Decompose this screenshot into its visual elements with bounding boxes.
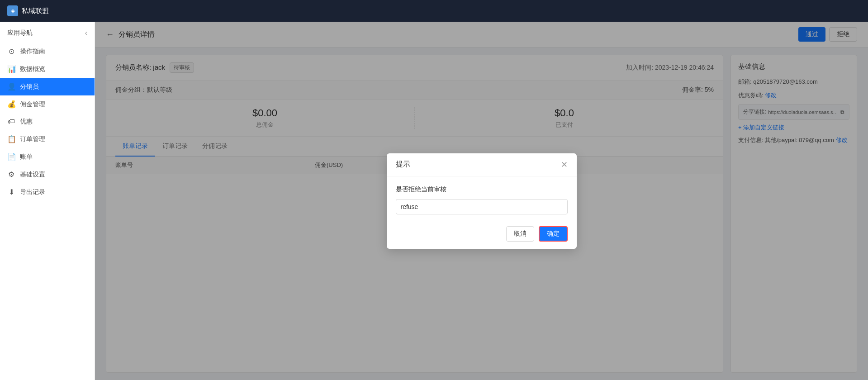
sidebar-item-guide[interactable]: ⊙ 操作指南: [0, 43, 95, 60]
top-nav: ◈ 私域联盟: [0, 0, 868, 22]
sidebar-item-label: 数据概览: [20, 65, 45, 73]
sidebar-item-commission[interactable]: 💰 佣金管理: [0, 95, 95, 113]
sidebar-item-discount[interactable]: 🏷 优惠: [0, 113, 95, 130]
dialog-cancel-button[interactable]: 取消: [506, 226, 534, 242]
bill-icon: 📄: [7, 152, 15, 161]
dialog-close-icon[interactable]: ✕: [561, 160, 568, 170]
dialog-description: 是否拒绝当前审核: [396, 185, 568, 194]
order-icon: 📋: [7, 135, 15, 143]
sidebar-item-distributor[interactable]: 👤 分销员: [0, 78, 95, 95]
download-icon: ⬇: [7, 188, 15, 196]
user-icon: 👤: [7, 82, 15, 91]
sidebar-header: 应用导航 ‹: [0, 25, 95, 43]
sidebar-title: 应用导航: [7, 29, 33, 37]
sidebar-item-label: 佣金管理: [20, 100, 45, 109]
sidebar-collapse-icon[interactable]: ‹: [85, 29, 87, 37]
logo-icon: ◈: [7, 5, 18, 16]
sidebar-item-label: 分销员: [20, 83, 39, 91]
sidebar-item-bill[interactable]: 📄 账单: [0, 148, 95, 166]
sidebar-item-label: 优惠: [20, 118, 33, 126]
sidebar-item-label: 订单管理: [20, 135, 45, 143]
app-logo: ◈ 私域联盟: [7, 5, 49, 16]
sidebar-item-export[interactable]: ⬇ 导出记录: [0, 183, 95, 201]
dialog-input[interactable]: [396, 199, 568, 214]
app-title: 私域联盟: [22, 7, 49, 15]
main-layout: 应用导航 ‹ ⊙ 操作指南 📊 数据概览 👤 分销员 💰 佣金管理 🏷 优惠 📋…: [0, 22, 868, 380]
sidebar-item-settings[interactable]: ⚙ 基础设置: [0, 166, 95, 183]
sidebar-item-label: 账单: [20, 153, 33, 161]
content-area: ← 分销员详情 通过 拒绝 分销员名称: jack 待审核 加入时间: 2023…: [95, 22, 868, 380]
dialog-footer: 取消 确定: [387, 222, 577, 249]
dialog-body: 是否拒绝当前审核: [387, 176, 577, 222]
money-icon: 💰: [7, 100, 15, 109]
modal-overlay: 提示 ✕ 是否拒绝当前审核 取消 确定: [95, 22, 868, 380]
dialog-confirm-button[interactable]: 确定: [539, 226, 568, 242]
guide-icon: ⊙: [7, 47, 15, 56]
dialog-title: 提示: [396, 160, 410, 169]
chart-icon: 📊: [7, 65, 15, 73]
sidebar-item-label: 导出记录: [20, 188, 45, 196]
gear-icon: ⚙: [7, 170, 15, 179]
sidebar: 应用导航 ‹ ⊙ 操作指南 📊 数据概览 👤 分销员 💰 佣金管理 🏷 优惠 📋…: [0, 22, 95, 380]
sidebar-item-label: 操作指南: [20, 48, 45, 56]
sidebar-item-overview[interactable]: 📊 数据概览: [0, 60, 95, 78]
sidebar-item-label: 基础设置: [20, 171, 45, 179]
dialog-header: 提示 ✕: [387, 153, 577, 176]
confirm-dialog: 提示 ✕ 是否拒绝当前审核 取消 确定: [387, 153, 577, 249]
sidebar-item-orders[interactable]: 📋 订单管理: [0, 130, 95, 148]
tag-icon: 🏷: [7, 118, 15, 126]
